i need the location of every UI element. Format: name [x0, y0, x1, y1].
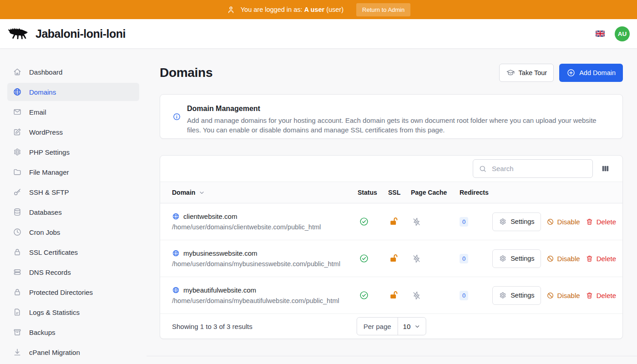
status-enabled-icon [358, 217, 388, 227]
info-icon [172, 112, 181, 121]
server-icon [13, 268, 22, 277]
page-cache-off-icon[interactable] [411, 291, 460, 300]
info-card-title: Domain Management [187, 105, 610, 113]
disable-link[interactable]: Disable [546, 255, 580, 263]
mail-icon [13, 107, 22, 116]
column-header-domain[interactable]: Domain [172, 189, 358, 196]
key-icon [13, 187, 22, 197]
site-title: Jabaloni-loni-loni [35, 27, 126, 40]
graduation-cap-icon [506, 68, 515, 77]
table-footer: Showing 1 to 3 of 3 results Per page 10 [160, 314, 622, 339]
language-flag-icon[interactable] [596, 30, 605, 37]
page-cache-off-icon[interactable] [411, 254, 460, 263]
folder-icon [13, 167, 22, 177]
sidebar: Dashboard Domains Email WordPress PHP Se… [0, 48, 147, 364]
globe-icon [172, 212, 180, 220]
sidebar-item-wordpress[interactable]: WordPress [7, 123, 139, 141]
sidebar-item-protected-directories[interactable]: Protected Directories [7, 283, 139, 301]
chevron-down-icon [414, 323, 420, 330]
sidebar-item-ssl-certificates[interactable]: SSL Certificates [7, 243, 139, 261]
table-toolbar [160, 156, 622, 182]
user-icon [227, 5, 235, 14]
globe-icon [13, 87, 22, 96]
sidebar-item-dns-records[interactable]: DNS Records [7, 263, 139, 281]
domain-name: clientwebsite.com [172, 212, 358, 220]
sidebar-item-dashboard[interactable]: Dashboard [7, 63, 139, 81]
return-to-admin-button[interactable]: Return to Admin [356, 3, 410, 16]
globe-icon [172, 286, 180, 294]
ssl-unlocked-icon[interactable] [388, 290, 411, 300]
domain-name: mybeautifulwebsite.com [172, 286, 358, 294]
banner-text: You are logged in as: A user (user) [241, 6, 344, 13]
user-avatar[interactable]: AU [615, 26, 630, 41]
slash-circle-icon [546, 292, 554, 299]
redirects-badge[interactable]: 0 [460, 254, 468, 263]
lock-icon [13, 288, 22, 297]
redirects-badge[interactable]: 0 [460, 291, 468, 300]
document-icon [13, 308, 22, 317]
gear-icon [499, 217, 507, 226]
sidebar-item-cpanel-migration[interactable]: cPanel Migration [7, 343, 139, 361]
gear-icon [13, 147, 22, 157]
sidebar-item-domains[interactable]: Domains [7, 83, 139, 101]
database-icon [13, 207, 22, 217]
archive-icon [13, 328, 22, 337]
boar-logo [7, 26, 30, 41]
edit-icon [13, 127, 22, 136]
per-page-control[interactable]: Per page 10 [357, 317, 426, 335]
column-settings-button[interactable] [600, 163, 611, 174]
disable-link[interactable]: Disable [546, 292, 580, 299]
domain-path: /home/user/domains/mybeautifulwebsite.co… [172, 297, 358, 304]
domain-row: mybeautifulwebsite.com /home/user/domain… [160, 277, 622, 314]
lock-icon [13, 248, 22, 257]
sidebar-item-databases[interactable]: Databases [7, 203, 139, 221]
page-title: Domains [160, 66, 212, 80]
globe-icon [172, 249, 180, 257]
impersonation-banner: You are logged in as: A user (user) Retu… [0, 0, 637, 19]
domain-management-info-card: Domain Management Add and manage domains… [160, 94, 623, 139]
sidebar-item-php-settings[interactable]: PHP Settings [7, 143, 139, 161]
sidebar-item-file-manager[interactable]: File Manager [7, 163, 139, 181]
trash-icon [586, 255, 593, 263]
sidebar-item-ssh-sftp[interactable]: SSH & SFTP [7, 183, 139, 201]
search-icon [479, 165, 487, 173]
disable-link[interactable]: Disable [546, 218, 580, 226]
home-icon [13, 67, 22, 76]
chevron-down-icon [198, 189, 205, 196]
redirects-badge[interactable]: 0 [460, 217, 468, 227]
download-icon [13, 348, 22, 357]
delete-link[interactable]: Delete [586, 255, 616, 263]
domain-path: /home/user/domains/clientwebsite.com/pub… [172, 223, 358, 231]
search-input[interactable] [491, 164, 587, 173]
domain-row: clientwebsite.com /home/user/domains/cli… [160, 203, 622, 240]
column-header-status: Status [358, 189, 388, 196]
domain-row: mybusinesswebsite.com /home/user/domains… [160, 240, 622, 277]
settings-button[interactable]: Settings [492, 286, 541, 305]
plus-circle-icon [566, 68, 576, 77]
page-cache-off-icon[interactable] [411, 217, 460, 227]
ssl-unlocked-icon[interactable] [388, 217, 411, 227]
sidebar-item-backups[interactable]: Backups [7, 323, 139, 341]
delete-link[interactable]: Delete [586, 218, 616, 226]
per-page-select[interactable]: 10 [398, 318, 426, 335]
domains-table-card: Domain Status SSL Page Cache Redirects c… [160, 155, 623, 339]
column-header-redirects: Redirects [460, 189, 499, 196]
table-header-row: Domain Status SSL Page Cache Redirects [160, 182, 622, 203]
settings-button[interactable]: Settings [492, 212, 541, 231]
settings-button[interactable]: Settings [492, 249, 541, 268]
search-box[interactable] [473, 159, 593, 178]
status-enabled-icon [358, 253, 388, 263]
sidebar-item-logs-statistics[interactable]: Logs & Statistics [7, 303, 139, 321]
gear-icon [499, 291, 507, 299]
column-header-ssl: SSL [388, 189, 411, 196]
add-domain-button[interactable]: Add Domain [559, 64, 623, 82]
sidebar-item-email[interactable]: Email [7, 103, 139, 121]
domain-path: /home/user/domains/mybusinesswebsite.com… [172, 260, 358, 268]
section-divider [147, 356, 637, 356]
delete-link[interactable]: Delete [586, 292, 616, 299]
ssl-unlocked-icon[interactable] [388, 253, 411, 263]
take-tour-button[interactable]: Take Tour [499, 64, 554, 82]
clock-icon [13, 228, 22, 237]
sidebar-item-cron-jobs[interactable]: Cron Jobs [7, 223, 139, 241]
status-enabled-icon [358, 290, 388, 300]
